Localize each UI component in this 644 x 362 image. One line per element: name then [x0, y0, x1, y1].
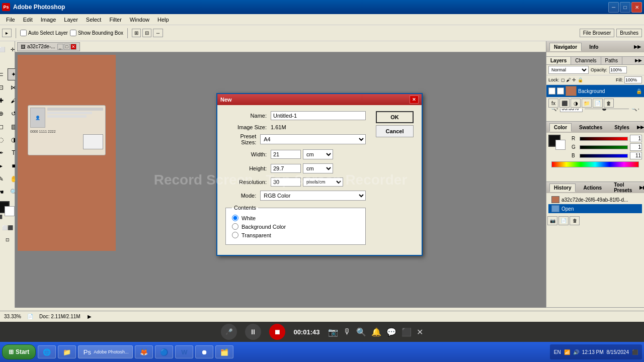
tab-color[interactable]: Color	[549, 123, 572, 132]
layer-item-background[interactable]: 👁 Background 🔒	[546, 85, 644, 97]
name-input[interactable]: Untitled-1	[271, 111, 366, 120]
green-value[interactable]: 1	[630, 143, 642, 151]
red-track[interactable]	[580, 137, 628, 141]
tab-swatches[interactable]: Swatches	[575, 123, 607, 132]
opacity-input[interactable]: 100%	[609, 66, 627, 73]
red-value[interactable]: 1	[630, 135, 642, 142]
auto-select-checkbox[interactable]	[20, 30, 27, 36]
green-track[interactable]	[580, 145, 628, 149]
lock-all[interactable]: 🔒	[578, 77, 583, 82]
new-snapshot-btn[interactable]: 📷	[547, 216, 557, 225]
minimize-button[interactable]: ─	[608, 2, 619, 13]
tab-history[interactable]: History	[549, 184, 576, 192]
tool-crop[interactable]: ⊡	[0, 81, 7, 94]
lock-transparency[interactable]: ◻	[561, 77, 565, 82]
transform-btn-3[interactable]: ↔	[153, 29, 163, 37]
transparent-radio[interactable]	[232, 232, 238, 238]
new-doc-from-snapshot[interactable]: 📄	[558, 216, 569, 225]
layers-expand[interactable]: ▶▶	[633, 57, 644, 64]
file-browser-btn[interactable]: File Browser	[580, 29, 615, 37]
cancel-button[interactable]: Cancel	[376, 125, 414, 137]
taskbar-photoshop[interactable]: Ps Adobe Photosh...	[78, 345, 133, 358]
taskbar-word[interactable]: W	[175, 345, 193, 358]
reset-colors[interactable]: ⬛	[0, 215, 3, 219]
start-button[interactable]: ⊞ Start	[2, 344, 36, 359]
rec-close-icon[interactable]: ✕	[417, 327, 423, 337]
history-expand[interactable]: ▶▶	[639, 185, 644, 190]
record-stop-btn[interactable]: ⏹	[269, 324, 285, 340]
menu-image[interactable]: Image	[37, 16, 60, 24]
close-button[interactable]: ✕	[631, 2, 642, 13]
layer-fx-btn[interactable]: fx	[548, 99, 558, 108]
maximize-button[interactable]: □	[620, 2, 630, 13]
tool-eraser[interactable]: ◻	[0, 121, 7, 133]
doc-close[interactable]: ✕	[70, 44, 76, 50]
blend-mode-select[interactable]: Normal	[548, 66, 589, 74]
auto-select-check[interactable]: Auto Select Layer	[20, 30, 68, 36]
tool-hand[interactable]: ☚	[0, 186, 7, 198]
tool-heal[interactable]: ✚	[0, 95, 7, 107]
dialog-close-btn[interactable]: ✕	[410, 96, 419, 104]
move-tool-options[interactable]: ▸	[2, 29, 12, 37]
bg-color-radio[interactable]	[232, 223, 238, 230]
rec-bell-icon[interactable]: 🔔	[371, 327, 381, 337]
tool-marquee[interactable]: ⬜	[0, 43, 7, 55]
lock-position[interactable]: ✛	[572, 77, 576, 82]
white-radio[interactable]	[232, 215, 238, 221]
tool-notes[interactable]: ✎	[0, 173, 7, 185]
lock-image[interactable]: 🖌	[566, 77, 571, 82]
layer-adj-btn[interactable]: ◑	[571, 99, 581, 108]
tab-channels[interactable]: Channels	[571, 57, 601, 64]
tool-pen[interactable]: ✒	[0, 147, 7, 159]
rec-search-icon[interactable]: 🔍	[356, 327, 366, 337]
tab-styles[interactable]: Styles	[610, 123, 633, 132]
tool-clone[interactable]: ⊕	[0, 108, 7, 120]
record-mic-btn[interactable]: 🎤	[221, 324, 237, 340]
preset-select[interactable]: A4	[260, 134, 366, 144]
fill-input[interactable]: 100%	[624, 76, 642, 83]
tab-info[interactable]: Info	[585, 43, 603, 51]
tool-blur[interactable]: ◌	[0, 134, 7, 146]
blue-value[interactable]: 11	[630, 152, 642, 159]
bg-swatch[interactable]	[555, 140, 566, 150]
layer-mask-btn[interactable]: ⬛	[559, 99, 570, 108]
rec-chat-icon[interactable]: 💬	[386, 327, 396, 337]
show-desktop-btn[interactable]: ⬛	[632, 349, 638, 355]
taskbar-ie[interactable]: 🌐	[38, 345, 56, 358]
menu-edit[interactable]: Edit	[19, 16, 37, 24]
background-color[interactable]	[5, 206, 15, 216]
layer-delete-btn[interactable]: 🗑	[604, 99, 614, 108]
menu-filter[interactable]: Filter	[105, 16, 125, 24]
delete-state-btn[interactable]: 🗑	[570, 216, 580, 225]
navigator-expand[interactable]: ▶▶	[634, 44, 641, 49]
brushes-btn[interactable]: Brushes	[616, 29, 642, 37]
history-item-1[interactable]: Open	[548, 204, 642, 213]
height-input[interactable]: 29.7	[271, 164, 301, 173]
color-expand[interactable]: ▶▶	[637, 125, 644, 130]
tab-paths[interactable]: Paths	[601, 57, 623, 64]
resolution-input[interactable]: 30	[271, 177, 301, 187]
tab-layers[interactable]: Layers	[546, 57, 571, 64]
taskbar-firefox[interactable]: 🦊	[135, 345, 153, 358]
menu-select[interactable]: Select	[82, 16, 106, 24]
color-spectrum[interactable]	[551, 161, 639, 167]
rec-settings-icon[interactable]: ⬛	[401, 327, 412, 337]
taskbar-chrome[interactable]: 🔵	[155, 345, 173, 358]
tab-tool-presets[interactable]: Tool Presets	[609, 180, 636, 195]
layer-group-btn[interactable]: 📁	[582, 99, 592, 108]
resolution-unit-select[interactable]: pixels/cm	[303, 177, 343, 187]
tab-navigator[interactable]: Navigator	[549, 43, 582, 51]
taskbar-files[interactable]: 🗂️	[215, 345, 233, 358]
tool-path-select[interactable]: ▸	[0, 160, 7, 172]
show-bounding-checkbox[interactable]	[70, 30, 76, 36]
mode-select[interactable]: RGB Color	[260, 191, 366, 201]
layer-new-btn[interactable]: 📄	[593, 99, 603, 108]
taskbar-recorder[interactable]: ⏺	[195, 345, 213, 358]
rec-camera-icon[interactable]: 📷	[328, 327, 338, 337]
menu-file[interactable]: File	[2, 16, 19, 24]
doc-maximize[interactable]: □	[64, 44, 70, 50]
history-item-0[interactable]: a32c72de-26f6-49ab-81f0-d...	[548, 195, 642, 204]
record-pause-btn[interactable]: ⏸	[245, 324, 261, 340]
menu-layer[interactable]: Layer	[60, 16, 82, 24]
menu-help[interactable]: Help	[153, 16, 173, 24]
